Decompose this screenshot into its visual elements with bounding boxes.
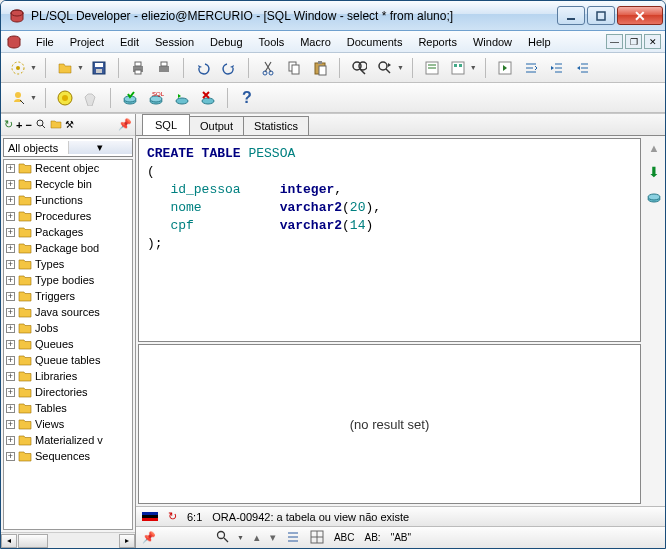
kill-button[interactable] — [197, 87, 219, 109]
expand-icon[interactable]: + — [6, 436, 15, 445]
tab-statistics[interactable]: Statistics — [243, 116, 309, 135]
menu-session[interactable]: Session — [148, 34, 201, 50]
scroll-left[interactable]: ◂ — [1, 534, 17, 548]
menu-macro[interactable]: Macro — [293, 34, 338, 50]
tree-item[interactable]: +Directories — [4, 384, 132, 400]
tree-item[interactable]: +Views — [4, 416, 132, 432]
cut-button[interactable] — [257, 57, 279, 79]
expand-icon[interactable]: + — [6, 372, 15, 381]
refresh-icon[interactable]: ↻ — [4, 118, 13, 131]
expand-icon[interactable]: + — [6, 324, 15, 333]
execute-button[interactable] — [54, 87, 76, 109]
expand-icon[interactable]: + — [6, 180, 15, 189]
explain-plan-button[interactable] — [421, 57, 443, 79]
tree-item[interactable]: +Java sources — [4, 304, 132, 320]
tree-item[interactable]: +Materialized v — [4, 432, 132, 448]
dropdown-icon[interactable]: ▼ — [397, 64, 404, 71]
print-setup-button[interactable] — [153, 57, 175, 79]
expand-icon[interactable]: + — [6, 292, 15, 301]
tree-item[interactable]: +Recent objec — [4, 160, 132, 176]
dropdown-icon[interactable]: ▼ — [30, 94, 37, 101]
compile-button[interactable] — [494, 57, 516, 79]
object-filter-dropdown[interactable]: All objects ▾ — [3, 138, 133, 157]
tab-sql[interactable]: SQL — [142, 114, 190, 135]
query-builder-button[interactable] — [447, 57, 469, 79]
tree-item[interactable]: +Recycle bin — [4, 176, 132, 192]
prev-icon[interactable]: ▴ — [254, 531, 260, 544]
tree-item[interactable]: +Types — [4, 256, 132, 272]
tree-item[interactable]: +Packages — [4, 224, 132, 240]
find-button[interactable] — [348, 57, 370, 79]
menu-project[interactable]: Project — [63, 34, 111, 50]
case-icon[interactable]: ABC — [334, 532, 355, 543]
expand-icon[interactable]: + — [6, 356, 15, 365]
object-tree[interactable]: +Recent objec+Recycle bin+Functions+Proc… — [3, 159, 133, 530]
title-bar[interactable]: PL/SQL Developer - eliezio@MERCURIO - [S… — [1, 1, 665, 31]
tree-item[interactable]: +Queue tables — [4, 352, 132, 368]
next-icon[interactable]: ▾ — [270, 531, 276, 544]
find-replace-button[interactable] — [374, 57, 396, 79]
new-button[interactable] — [7, 57, 29, 79]
expand-icon[interactable]: + — [6, 308, 15, 317]
tree-item[interactable]: +Package bod — [4, 240, 132, 256]
tree-item[interactable]: +Libraries — [4, 368, 132, 384]
commit-button[interactable] — [119, 87, 141, 109]
paste-button[interactable] — [309, 57, 331, 79]
dropdown-icon[interactable]: ▼ — [30, 64, 37, 71]
fetch-all-icon[interactable] — [646, 190, 662, 206]
chevron-down-icon[interactable]: ▾ — [68, 141, 133, 154]
tree-item[interactable]: +Type bodies — [4, 272, 132, 288]
dropdown-icon[interactable]: ▼ — [470, 64, 477, 71]
break-button[interactable] — [80, 87, 102, 109]
tree-item[interactable]: +Jobs — [4, 320, 132, 336]
expand-icon[interactable]: + — [6, 164, 15, 173]
horizontal-scrollbar[interactable]: ◂ ▸ — [1, 532, 135, 548]
pin-icon[interactable]: 📌 — [118, 118, 132, 131]
next-page-icon[interactable]: ⬇ — [648, 164, 660, 180]
expand-icon[interactable]: + — [6, 260, 15, 269]
menu-window[interactable]: Window — [466, 34, 519, 50]
mdi-close[interactable]: ✕ — [644, 34, 661, 49]
menu-edit[interactable]: Edit — [113, 34, 146, 50]
close-button[interactable]: ✕ — [617, 6, 663, 25]
menu-file[interactable]: File — [29, 34, 61, 50]
expand-icon[interactable]: + — [6, 452, 15, 461]
beautifier-button[interactable] — [520, 57, 542, 79]
tree-item[interactable]: +Triggers — [4, 288, 132, 304]
indent-button[interactable] — [546, 57, 568, 79]
print-button[interactable] — [127, 57, 149, 79]
expand-icon[interactable]: + — [6, 276, 15, 285]
tree-item[interactable]: +Sequences — [4, 448, 132, 464]
menu-tools[interactable]: Tools — [252, 34, 292, 50]
search-icon[interactable] — [35, 118, 47, 132]
expand-icon[interactable]: + — [6, 388, 15, 397]
expand-icon[interactable]: + — [6, 228, 15, 237]
mdi-restore[interactable]: ❐ — [625, 34, 642, 49]
expand-icon[interactable]: + — [6, 420, 15, 429]
remove-icon[interactable]: − — [25, 119, 31, 131]
mdi-minimize[interactable]: — — [606, 34, 623, 49]
pin-icon[interactable]: 📌 — [142, 531, 156, 544]
tool-icon[interactable]: ⚒ — [65, 119, 74, 130]
quote-icon[interactable]: "AB" — [391, 532, 411, 543]
help-button[interactable]: ? — [236, 87, 258, 109]
tab-output[interactable]: Output — [189, 116, 244, 135]
find-icon[interactable] — [216, 530, 230, 546]
tree-item[interactable]: +Tables — [4, 400, 132, 416]
copy-button[interactable] — [283, 57, 305, 79]
tree-item[interactable]: +Procedures — [4, 208, 132, 224]
unindent-button[interactable] — [572, 57, 594, 79]
expand-icon[interactable]: + — [6, 404, 15, 413]
first-page-icon[interactable]: ▲ — [649, 142, 660, 154]
expand-icon[interactable]: + — [6, 244, 15, 253]
rollback-button[interactable]: SQL — [145, 87, 167, 109]
redo-button[interactable] — [218, 57, 240, 79]
grid-icon[interactable] — [310, 530, 324, 546]
expand-icon[interactable]: + — [6, 196, 15, 205]
case-toggle-icon[interactable]: AB: — [365, 532, 381, 543]
maximize-button[interactable] — [587, 6, 615, 25]
folder-new-icon[interactable] — [50, 118, 62, 132]
bookmark-list-icon[interactable] — [286, 530, 300, 546]
menu-help[interactable]: Help — [521, 34, 558, 50]
add-icon[interactable]: + — [16, 119, 22, 131]
